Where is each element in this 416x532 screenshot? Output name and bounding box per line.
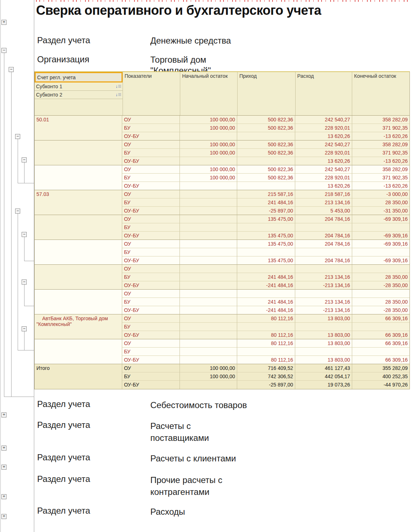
account-cell[interactable]	[35, 165, 122, 190]
value-cell[interactable]: -69 309,16	[352, 232, 410, 240]
value-cell[interactable]: -28 350,00	[352, 306, 410, 314]
value-cell[interactable]	[352, 290, 410, 298]
sort-descending-icon[interactable]: ↓	[116, 93, 121, 97]
account-cell[interactable]	[35, 215, 122, 240]
group-expand-toggle[interactable]: +	[1, 494, 6, 499]
value-cell[interactable]	[180, 132, 237, 140]
value-cell[interactable]	[295, 290, 352, 298]
value-cell[interactable]	[295, 248, 352, 256]
value-cell[interactable]: 500 822,36	[237, 116, 295, 124]
value-cell[interactable]: 241 484,16	[237, 298, 295, 306]
value-cell[interactable]: -213 134,16	[295, 281, 352, 290]
value-cell[interactable]	[237, 157, 295, 165]
indicator-cell[interactable]: ОУ-БУ	[122, 207, 180, 215]
value-cell[interactable]: 80 112,16	[237, 314, 295, 323]
value-cell[interactable]: 204 784,16	[295, 240, 352, 248]
value-cell[interactable]: 135 475,00	[237, 232, 295, 240]
value-cell[interactable]: -69 309,16	[352, 215, 410, 223]
value-cell[interactable]: -31 350,00	[352, 207, 410, 215]
value-cell[interactable]	[237, 290, 295, 298]
value-cell[interactable]: 242 540,27	[295, 116, 352, 124]
indicator-cell[interactable]: БУ	[122, 149, 180, 157]
value-cell[interactable]	[180, 256, 237, 265]
value-cell[interactable]: -213 134,16	[295, 306, 352, 314]
account-cell[interactable]	[35, 339, 122, 364]
group-expand-toggle[interactable]: +	[1, 20, 6, 25]
header-cell-opening-balance[interactable]: Начальный остаток	[180, 72, 238, 115]
value-cell[interactable]: 500 822,36	[237, 165, 295, 174]
value-cell[interactable]: 215 587,16	[237, 190, 295, 198]
value-cell[interactable]	[180, 290, 237, 298]
value-cell[interactable]	[295, 323, 352, 331]
value-cell[interactable]: 371 902,35	[352, 124, 410, 132]
value-cell[interactable]: 442 054,17	[295, 372, 352, 381]
indicator-cell[interactable]: ОУ-БУ	[122, 306, 180, 314]
value-cell[interactable]: 13 803,00	[295, 339, 352, 348]
value-cell[interactable]: 5 453,00	[295, 207, 352, 215]
value-cell[interactable]: 500 822,36	[237, 124, 295, 132]
value-cell[interactable]: 100 000,00	[180, 116, 237, 124]
value-cell[interactable]: 204 784,16	[295, 215, 352, 223]
value-cell[interactable]: -25 897,00	[237, 381, 295, 389]
value-cell[interactable]: 742 306,52	[237, 372, 295, 381]
value-cell[interactable]: 500 822,36	[237, 149, 295, 157]
value-cell[interactable]	[237, 223, 295, 232]
value-cell[interactable]: 100 000,00	[180, 124, 237, 132]
header-cell-subkonto1[interactable]: Субконто 1 ↓	[35, 82, 123, 91]
value-cell[interactable]: 13 620,26	[295, 132, 352, 140]
indicator-cell[interactable]: ОУ-БУ	[122, 331, 180, 339]
value-cell[interactable]: -241 484,16	[237, 306, 295, 314]
value-cell[interactable]: 13 620,26	[295, 182, 352, 190]
value-cell[interactable]	[237, 182, 295, 190]
group-collapse-toggle[interactable]: −	[22, 280, 27, 285]
value-cell[interactable]: 204 784,16	[295, 232, 352, 240]
value-cell[interactable]: 242 540,27	[295, 140, 352, 149]
value-cell[interactable]	[352, 223, 410, 232]
group-expand-toggle[interactable]: +	[1, 412, 6, 417]
account-cell[interactable]	[35, 290, 122, 314]
value-cell[interactable]	[237, 132, 295, 140]
value-cell[interactable]	[237, 323, 295, 331]
value-cell[interactable]: 358 282,09	[352, 116, 410, 124]
value-cell[interactable]: -13 620,26	[352, 182, 410, 190]
value-cell[interactable]	[237, 348, 295, 356]
value-cell[interactable]	[237, 248, 295, 256]
value-cell[interactable]	[352, 348, 410, 356]
account-cell[interactable]: 57.03	[35, 190, 122, 215]
value-cell[interactable]	[180, 232, 237, 240]
group-expand-toggle[interactable]: +	[1, 514, 6, 519]
value-cell[interactable]: 66 309,16	[352, 314, 410, 323]
header-cell-account[interactable]: Счет регл. учета	[35, 72, 123, 82]
value-cell[interactable]: 228 920,01	[295, 149, 352, 157]
value-cell[interactable]: 80 112,16	[237, 339, 295, 348]
value-cell[interactable]	[180, 331, 237, 339]
value-cell[interactable]: 371 902,35	[352, 174, 410, 182]
value-cell[interactable]: 66 309,16	[352, 331, 410, 339]
indicator-cell[interactable]: ОУ-БУ	[122, 381, 180, 389]
value-cell[interactable]	[180, 207, 237, 215]
indicator-cell[interactable]: БУ	[122, 198, 180, 207]
indicator-cell[interactable]: БУ	[122, 223, 180, 232]
value-cell[interactable]	[180, 265, 237, 273]
value-cell[interactable]: 100 000,00	[180, 364, 237, 372]
value-cell[interactable]: 461 127,43	[295, 364, 352, 372]
value-cell[interactable]: 218 587,16	[295, 190, 352, 198]
value-cell[interactable]: 228 920,01	[295, 174, 352, 182]
value-cell[interactable]: 135 475,00	[237, 240, 295, 248]
account-cell[interactable]	[35, 265, 122, 290]
account-cell[interactable]: Итого	[35, 364, 122, 389]
value-cell[interactable]	[180, 190, 237, 198]
value-cell[interactable]	[180, 314, 237, 323]
value-cell[interactable]: -25 897,00	[237, 207, 295, 215]
value-cell[interactable]	[180, 298, 237, 306]
value-cell[interactable]	[352, 323, 410, 331]
indicator-cell[interactable]: БУ	[122, 273, 180, 281]
value-cell[interactable]	[180, 323, 237, 331]
value-cell[interactable]	[352, 248, 410, 256]
value-cell[interactable]: 100 000,00	[180, 149, 237, 157]
indicator-cell[interactable]: ОУ	[122, 290, 180, 298]
value-cell[interactable]: 13 803,00	[295, 331, 352, 339]
value-cell[interactable]	[295, 348, 352, 356]
group-collapse-toggle[interactable]: −	[1, 48, 6, 53]
group-collapse-toggle[interactable]: −	[15, 209, 20, 214]
